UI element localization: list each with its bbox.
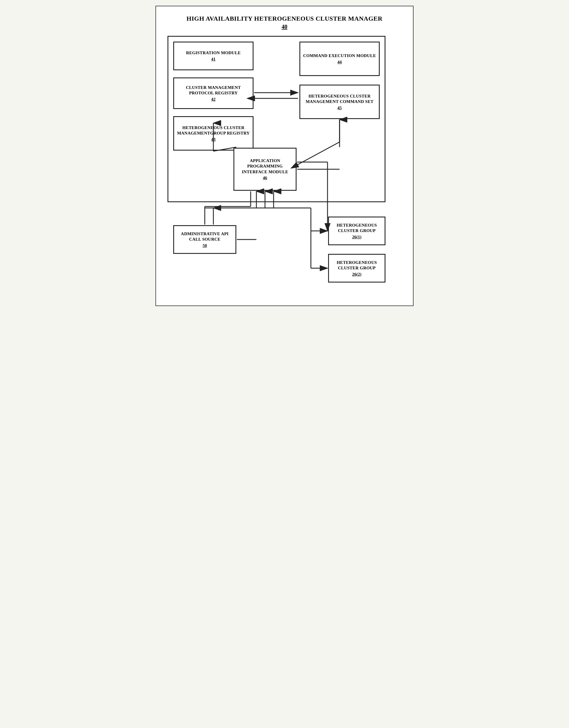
page-title-num: 40 [167,24,402,30]
diagram-container: REGISTRATION MODULE 41 CLUSTER MANAGEMEN… [167,36,402,294]
page-title: HIGH AVAILABILITY HETEROGENEOUS CLUSTER … [167,15,402,22]
arrow-command-set-to-api [297,142,340,165]
svg-line-13 [233,207,251,225]
svg-line-8 [213,147,236,151]
arrows-svg [167,36,397,294]
page: HIGH AVAILABILITY HETEROGENEOUS CLUSTER … [155,6,414,306]
